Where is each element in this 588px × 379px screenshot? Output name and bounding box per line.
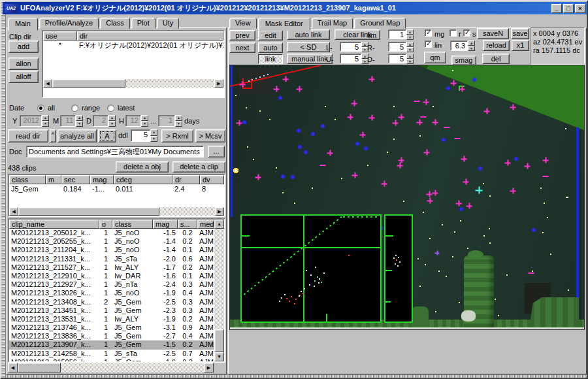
ddl-spinner[interactable]: 5 bbox=[131, 129, 150, 142]
scroll-thumb[interactable] bbox=[18, 363, 61, 372]
d-spinner-arrows[interactable]: ▲▼ bbox=[406, 54, 414, 63]
date-all-label[interactable]: all bbox=[48, 104, 55, 112]
analyze-all-button[interactable]: analyze all bbox=[57, 129, 97, 142]
link-toggle[interactable]: link bbox=[258, 54, 283, 64]
column-header-class[interactable]: class bbox=[112, 220, 153, 229]
delete-obj-button[interactable]: delete a obj bbox=[116, 161, 169, 173]
day-spinner[interactable]: 2 bbox=[93, 115, 108, 127]
next-button[interactable]: next bbox=[229, 42, 255, 53]
table-row[interactable]: M20121213_213451_k...1J5_Gem-2.30.3AJM bbox=[9, 306, 224, 315]
column-header-m[interactable]: m bbox=[46, 175, 61, 184]
column-header-clip-name[interactable]: clip_name bbox=[9, 220, 99, 229]
table-row[interactable]: M20121213_212927_k...1J5_nTa-2.40.3AJM bbox=[9, 280, 224, 289]
column-header-mag[interactable]: mag bbox=[90, 175, 114, 184]
qm-button[interactable]: qm bbox=[424, 52, 446, 63]
tab-profile-analyze[interactable]: Profile/Analyze bbox=[39, 18, 99, 29]
object-table-hscrollbar[interactable]: ◀ ▶ bbox=[9, 207, 224, 216]
allon-button[interactable]: allon bbox=[8, 58, 39, 70]
date-latest-radio[interactable] bbox=[107, 105, 114, 112]
table-row[interactable]: M20121213_213907_k...1J5_Gem-1.50.2AJM bbox=[9, 340, 224, 349]
clip-dir-hscrollbar[interactable]: ◀ ▶ bbox=[43, 79, 223, 88]
table-row[interactable]: M20121213_213836_k...1J5_Gem-2.70.4AJM bbox=[9, 332, 224, 340]
saven-button[interactable]: saveN bbox=[477, 28, 509, 39]
hour-spinner-arrows[interactable]: ▲▼ bbox=[141, 115, 148, 127]
column-header-dr[interactable]: dr bbox=[172, 175, 200, 184]
lim-spinner-arrows[interactable]: ▲▼ bbox=[406, 29, 414, 39]
close-button[interactable]: × bbox=[575, 4, 585, 13]
tab-main[interactable]: Main bbox=[8, 18, 38, 31]
scroll-right-icon[interactable]: ▶ bbox=[215, 207, 224, 216]
window-resize-edge-bottom[interactable] bbox=[1, 374, 588, 379]
tab-class[interactable]: Class bbox=[100, 18, 130, 29]
column-header-dv[interactable]: dv bbox=[200, 175, 224, 184]
date-all-radio[interactable] bbox=[37, 105, 44, 112]
mg-checkbox[interactable] bbox=[425, 29, 432, 37]
edit-button[interactable]: edit bbox=[258, 30, 283, 41]
column-header-mag[interactable]: mag bbox=[153, 220, 178, 229]
date-range-label[interactable]: range bbox=[82, 104, 100, 112]
read-dir-button[interactable]: read dir bbox=[8, 129, 48, 142]
x1-button[interactable]: x1 bbox=[512, 40, 529, 51]
sd-button[interactable]: < SD bbox=[287, 42, 330, 52]
minimize-button[interactable]: _ bbox=[551, 4, 562, 13]
r-spinner-arrows[interactable]: ▲▼ bbox=[406, 42, 414, 52]
table-row[interactable]: M20121213_211204_k...1J5_noO-1.40.1AJM bbox=[9, 246, 224, 254]
lim-spinner[interactable]: 1 bbox=[388, 29, 406, 39]
auto-button[interactable]: auto bbox=[258, 42, 283, 53]
month-spinner-arrows[interactable]: ▲▼ bbox=[76, 115, 83, 127]
mask-region-2[interactable] bbox=[384, 214, 413, 323]
lin-checkbox[interactable] bbox=[425, 41, 432, 48]
auto-link-button[interactable]: auto link bbox=[287, 29, 330, 40]
date-latest-label[interactable]: latest bbox=[118, 104, 135, 112]
column-header-class[interactable]: class bbox=[9, 175, 46, 184]
scroll-right-icon[interactable]: ▶ bbox=[214, 79, 223, 88]
span-spinner-arrows[interactable]: ▲▼ bbox=[175, 115, 182, 127]
scroll-down-icon[interactable]: ▼ bbox=[214, 352, 224, 361]
u-spinner[interactable]: 5 bbox=[340, 54, 361, 63]
month-spinner[interactable]: 11 bbox=[60, 115, 76, 127]
a-button[interactable]: A bbox=[98, 129, 116, 142]
table-row[interactable]: M20121213_213026_k...1J5_noO-1.90.4AJM bbox=[9, 289, 224, 297]
column-header-s-[interactable]: s... bbox=[178, 220, 197, 229]
column-header-dir[interactable]: dir bbox=[77, 31, 223, 41]
titlebar[interactable]: UA2 UFOAnalyzerV2 F:¥オリジナル(2012)¥2012(01… bbox=[3, 2, 587, 14]
hour-spinner[interactable]: 12 bbox=[125, 115, 141, 127]
mcsv-button[interactable]: > Mcsv bbox=[195, 129, 225, 142]
scroll-left-icon[interactable]: ◀ bbox=[9, 207, 18, 216]
tab-view[interactable]: View bbox=[229, 18, 257, 29]
window-resize-edge-left[interactable] bbox=[1, 1, 6, 379]
ddl-spinner-arrows[interactable]: ▲▼ bbox=[150, 129, 157, 142]
sky-image-canvas[interactable] bbox=[229, 65, 585, 330]
mag-spinner-arrows[interactable]: ▲▼ bbox=[468, 41, 475, 51]
del-button[interactable]: del bbox=[482, 54, 510, 64]
s-checkbox[interactable] bbox=[463, 29, 470, 37]
span-spinner[interactable]: 1 bbox=[158, 115, 175, 127]
clip-table[interactable]: clip_nameoclassmags...media M20121213_20… bbox=[8, 218, 225, 363]
column-header-cdeg[interactable]: cdeg bbox=[114, 175, 172, 184]
table-row[interactable]: *F:¥オリジナル(2012)¥2012(01 オリジナル)¥201212¥ bbox=[43, 41, 223, 50]
table-row[interactable]: M20121213_213408_k...2J5_Gem-2.50.3AJM bbox=[9, 298, 224, 306]
scroll-left-icon[interactable]: ◀ bbox=[43, 79, 52, 88]
alloff-button[interactable]: alloff bbox=[8, 71, 39, 83]
rxml-button[interactable]: > Rxml bbox=[161, 129, 193, 142]
tab-uty[interactable]: Uty bbox=[157, 18, 180, 29]
year-spinner[interactable]: 2012 bbox=[20, 115, 42, 127]
mask-region-1[interactable] bbox=[240, 214, 382, 323]
year-spinner-arrows[interactable]: ▲▼ bbox=[42, 115, 49, 127]
add-button[interactable]: add bbox=[8, 41, 39, 53]
scroll-thumb[interactable] bbox=[214, 329, 224, 352]
table-row[interactable]: M20121213_211331_k...1J5_sTa-2.00.6AJM bbox=[9, 255, 224, 263]
clip-dir-list[interactable]: usedir *F:¥オリジナル(2012)¥2012(01 オリジナル)¥20… bbox=[42, 30, 225, 98]
scroll-left-icon[interactable]: ◀ bbox=[8, 363, 18, 372]
clip-table-hscrollbar[interactable]: ◀ ▶ bbox=[8, 363, 214, 372]
scroll-up-icon[interactable]: ▲ bbox=[214, 220, 224, 229]
clip-table-vscrollbar[interactable]: ▲ ▼ bbox=[214, 220, 224, 361]
mag-spinner[interactable]: 6.3 bbox=[450, 41, 468, 51]
r-checkbox[interactable] bbox=[449, 29, 457, 37]
scroll-right-icon[interactable]: ▶ bbox=[204, 363, 214, 372]
doc-browse-button[interactable]: ... bbox=[208, 146, 225, 157]
column-header-o[interactable]: o bbox=[99, 220, 112, 229]
table-row[interactable]: M20121213_215056_k...1J5_Gem-1.60.3AJM bbox=[9, 358, 224, 362]
l-spinner[interactable]: 5 bbox=[340, 42, 361, 52]
doc-field[interactable]: Documents and Settings¥三高物理01¥My Documen… bbox=[26, 146, 204, 157]
